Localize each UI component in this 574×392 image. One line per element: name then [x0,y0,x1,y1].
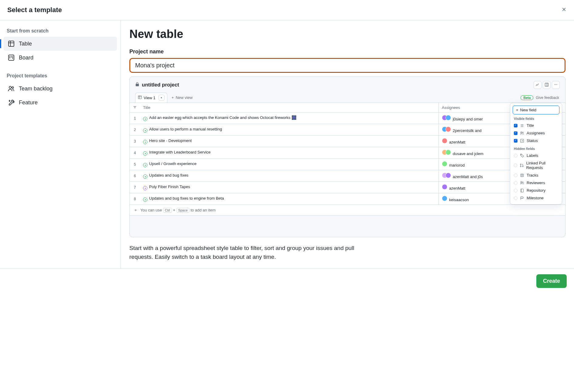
table-row[interactable]: 5 Upsell / Growth experience mariorod [130,159,565,170]
svg-point-21 [522,132,523,133]
field-toggle-reviewers[interactable]: Reviewers [513,179,559,187]
row-index: 6 [130,170,140,182]
avatar-stack [442,150,451,155]
field-toggle-repository[interactable]: Repository [513,187,559,194]
avatar-stack [442,127,451,132]
table-row[interactable]: 7 Poly Fiber Finish Tapes azenMatt [130,182,565,193]
tab-label: View 1 [144,96,155,100]
svg-rect-27 [521,174,524,177]
panel-button[interactable] [543,81,551,89]
new-view-button[interactable]: + New view [172,95,193,100]
svg-rect-32 [521,189,524,192]
avatar-stack [442,161,447,167]
field-type-icon [520,163,524,167]
row-title[interactable]: Add an easter egg which accepts the Kona… [140,113,439,124]
avatar-stack [442,115,451,120]
sidebar-item-label: Feature [19,100,38,106]
checkbox-on-icon [514,131,518,135]
field-label: Status [527,138,538,143]
sidebar-item-board[interactable]: Board [4,51,117,65]
svg-point-25 [520,166,521,167]
plus-icon: + [172,95,174,100]
plus-icon: + [516,108,518,112]
row-title[interactable]: Upsell / Growth experience [140,159,439,170]
svg-point-7 [9,86,11,88]
tab-view[interactable]: View 1 ▾ [135,93,167,103]
row-title[interactable]: Updates and bug fixes to engine from Bet… [140,193,439,205]
close-icon [561,6,567,14]
kbd-ctrl: Ctrl [163,208,172,213]
field-label: Labels [527,153,538,158]
field-type-icon [520,131,524,135]
sidebar-heading-scratch: Start from scratch [4,26,117,37]
row-index: 7 [130,182,140,193]
insights-button[interactable] [534,81,542,89]
visible-fields-heading: Visible fields [513,114,559,122]
project-name-input[interactable] [129,58,565,73]
sidebar-item-label: Team backlog [19,86,53,92]
filter-header[interactable] [130,103,140,113]
row-title[interactable]: Hero site - Development [140,136,439,147]
row-title[interactable]: Allow users to perform a manual resettin… [140,124,439,136]
more-button[interactable] [552,81,560,89]
svg-point-24 [520,164,521,165]
avatar-stack [442,138,447,144]
avatar-stack [442,196,447,201]
field-toggle-assignees[interactable]: Assignees [513,129,559,137]
new-field-button[interactable]: + New field [513,106,559,114]
content-pane: New table Project name untitled project [121,20,574,269]
col-title[interactable]: Title [140,103,439,113]
checkbox-on-icon [514,124,518,127]
kebab-icon [554,83,558,88]
avatar-stack [442,184,447,190]
panel-icon [545,83,549,88]
field-toggle-status[interactable]: Status [513,137,559,144]
feedback-link[interactable]: Give feedback [536,96,559,100]
add-item-row[interactable]: + You can use Ctrl + Space to add an ite… [130,205,565,216]
table-row[interactable]: 1 Add an easter egg which accepts the Ko… [130,113,565,124]
sidebar-item-feature[interactable]: Feature [4,96,117,110]
hidden-fields-heading: Hidden fields [513,144,559,152]
tools-icon [8,99,15,106]
create-button[interactable]: Create [536,274,567,288]
field-toggle-linked-pull-requests[interactable]: Linked Pull Requests [513,159,559,171]
table-row[interactable]: 8 Updates and bug fixes to engine from B… [130,193,565,205]
sidebar-heading-templates: Project templates [4,71,117,82]
checkbox-off-icon [514,164,517,167]
filter-icon [133,105,137,110]
checkbox-off-icon [514,174,518,177]
row-title[interactable]: Updates and bug fixes [140,170,439,182]
field-toggle-title[interactable]: Title [513,122,559,129]
issue-status-icon [143,163,147,167]
sidebar-item-team-backlog[interactable]: Team backlog [4,82,117,96]
tab-caret[interactable]: ▾ [159,95,165,101]
lock-icon [135,82,139,88]
table-icon [138,95,142,100]
checkbox-off-icon [514,154,518,157]
checkbox-off-icon [514,196,518,200]
template-description: Start with a powerful spreadsheet style … [129,244,378,261]
svg-rect-22 [521,139,524,142]
field-toggle-labels[interactable]: Labels [513,152,559,159]
field-toggle-tracks[interactable]: Tracks [513,171,559,179]
new-view-label: New view [176,95,193,100]
field-label: Reviewers [527,181,545,185]
table-row[interactable]: 6 Updates and bug fixes azenMatt and j0s [130,170,565,182]
field-toggle-milestone[interactable]: Milestone [513,194,559,202]
issue-status-icon [143,186,147,190]
table-row[interactable]: 3 Hero site - Development azenMatt [130,136,565,147]
issue-status-icon [143,151,147,156]
issue-status-icon [143,174,147,179]
sidebar-item-table[interactable]: Table [4,37,117,51]
fields-popover: + New field Visible fields Title Assigne… [510,103,562,204]
row-title[interactable]: Integrate with Leaderboard Service [140,147,439,159]
close-button[interactable] [561,6,567,14]
field-type-icon [520,173,524,177]
sidebar-item-label: Table [19,41,32,47]
table-row[interactable]: 2 Allow users to perform a manual resett… [130,124,565,136]
field-label: Milestone [527,196,544,200]
table-row[interactable]: 4 Integrate with Leaderboard Service dus… [130,147,565,159]
sidebar: Start from scratch Table Board Project t… [0,20,121,269]
page-title: Select a template [7,6,62,14]
row-title[interactable]: Poly Fiber Finish Tapes [140,182,439,193]
